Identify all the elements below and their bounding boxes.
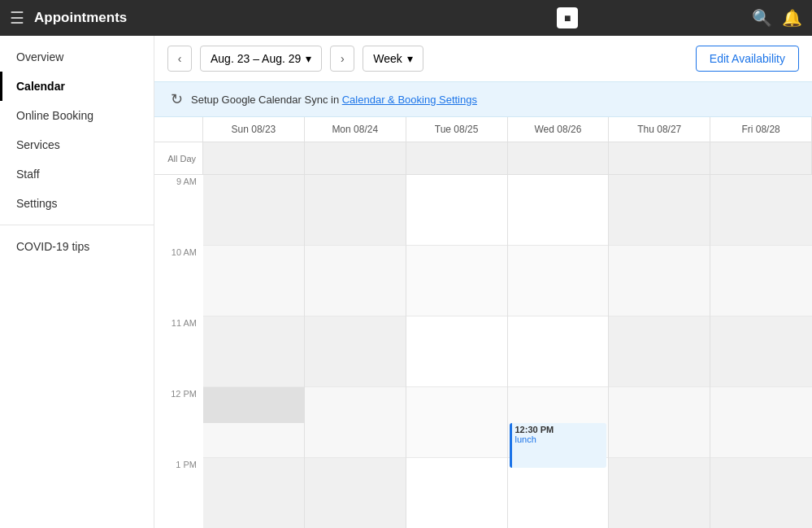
calendar-toolbar: ‹ Aug. 23 – Aug. 29 ▾ › Week ▾ Edit Avai… xyxy=(154,36,812,81)
event-title: lunch xyxy=(515,434,604,444)
sidebar-item-settings[interactable]: Settings xyxy=(0,189,154,218)
day-header-sun: Sun 08/23 xyxy=(203,117,305,142)
edit-availability-button[interactable]: Edit Availability xyxy=(696,46,799,72)
mon-1pm[interactable] xyxy=(305,458,406,528)
sidebar-item-covid[interactable]: COVID-19 tips xyxy=(0,232,154,261)
day-header-thu: Thu 08/27 xyxy=(609,117,710,142)
menu-icon[interactable]: ☰ xyxy=(10,8,24,28)
thu-10am[interactable] xyxy=(609,246,710,316)
thu-1pm[interactable] xyxy=(609,458,710,528)
logo-center: ■ xyxy=(393,7,743,28)
all-day-tue[interactable] xyxy=(406,142,508,174)
notification-icon[interactable]: 🔔 xyxy=(782,8,802,28)
app-title: Appointments xyxy=(34,10,384,26)
calendar-grid: 9 AM 10 AM 11 AM 12 PM 1 PM xyxy=(154,175,812,528)
sidebar-divider xyxy=(0,225,154,225)
sidebar-item-services[interactable]: Services xyxy=(0,130,154,159)
day-col-sun xyxy=(203,175,305,528)
sidebar-item-online-booking[interactable]: Online Booking xyxy=(0,101,154,130)
sync-icon: ↻ xyxy=(171,90,183,108)
mon-10am[interactable] xyxy=(305,246,406,316)
sun-12pm[interactable] xyxy=(203,387,304,458)
fri-10am[interactable] xyxy=(710,246,812,316)
week-dropdown-icon: ▾ xyxy=(407,52,413,65)
content-area: ‹ Aug. 23 – Aug. 29 ▾ › Week ▾ Edit Avai… xyxy=(154,36,812,528)
sun-1pm[interactable] xyxy=(203,458,304,528)
day-col-wed: 12:30 PM lunch xyxy=(508,175,610,528)
main-layout: Overview Calendar Online Booking Service… xyxy=(0,36,812,528)
wed-11am[interactable] xyxy=(508,316,609,387)
all-day-fri[interactable] xyxy=(710,142,812,174)
time-label-10am: 10 AM xyxy=(154,246,203,316)
event-lunch[interactable]: 12:30 PM lunch xyxy=(510,423,607,468)
day-col-tue xyxy=(406,175,508,528)
tue-12pm[interactable] xyxy=(406,387,507,458)
day-col-thu xyxy=(609,175,710,528)
wed-1pm[interactable] xyxy=(508,458,609,528)
sync-text: Setup Google Calendar Sync in Calendar &… xyxy=(191,94,477,106)
tue-9am[interactable] xyxy=(406,175,507,246)
all-day-row: All Day xyxy=(154,142,812,175)
event-time: 12:30 PM xyxy=(515,425,604,434)
wed-10am[interactable] xyxy=(508,246,609,316)
all-day-sun[interactable] xyxy=(203,142,305,174)
calendar-day-headers: Sun 08/23 Mon 08/24 Tue 08/25 Wed 08/26 … xyxy=(154,117,812,142)
thu-9am[interactable] xyxy=(609,175,710,246)
time-label-1pm: 1 PM xyxy=(154,458,203,528)
sun-9am[interactable] xyxy=(203,175,304,246)
all-day-label: All Day xyxy=(154,142,203,174)
mon-12pm[interactable] xyxy=(305,387,406,458)
top-navigation: ☰ Appointments ■ 🔍 🔔 xyxy=(0,0,812,36)
day-header-wed: Wed 08/26 xyxy=(508,117,610,142)
search-icon[interactable]: 🔍 xyxy=(752,8,772,28)
sidebar: Overview Calendar Online Booking Service… xyxy=(0,36,154,528)
square-logo: ■ xyxy=(557,7,578,28)
fri-9am[interactable] xyxy=(710,175,812,246)
tue-11am[interactable] xyxy=(406,316,507,387)
all-day-mon[interactable] xyxy=(305,142,406,174)
days-grid-area: 12:30 PM lunch xyxy=(203,175,812,528)
mon-9am[interactable] xyxy=(305,175,406,246)
sync-settings-link[interactable]: Calendar & Booking Settings xyxy=(342,94,477,106)
sidebar-item-staff[interactable]: Staff xyxy=(0,159,154,189)
fri-11am[interactable] xyxy=(710,316,812,387)
next-button[interactable]: › xyxy=(330,46,354,72)
sun-11am[interactable] xyxy=(203,316,304,387)
sidebar-item-calendar[interactable]: Calendar xyxy=(0,72,154,101)
time-header-spacer xyxy=(154,117,203,142)
time-labels-col: 9 AM 10 AM 11 AM 12 PM 1 PM xyxy=(154,175,203,528)
sun-10am[interactable] xyxy=(203,246,304,316)
day-col-fri xyxy=(710,175,812,528)
week-view-button[interactable]: Week ▾ xyxy=(363,46,423,72)
day-header-tue: Tue 08/25 xyxy=(406,117,508,142)
date-dropdown-icon: ▾ xyxy=(306,52,311,65)
day-col-mon xyxy=(305,175,406,528)
day-header-mon: Mon 08/24 xyxy=(305,117,406,142)
sync-banner: ↻ Setup Google Calendar Sync in Calendar… xyxy=(154,81,812,117)
date-range-label: Aug. 23 – Aug. 29 xyxy=(211,52,301,65)
day-header-fri: Fri 08/28 xyxy=(710,117,812,142)
date-range-button[interactable]: Aug. 23 – Aug. 29 ▾ xyxy=(200,46,322,72)
mon-11am[interactable] xyxy=(305,316,406,387)
fri-12pm[interactable] xyxy=(710,387,812,458)
week-label: Week xyxy=(373,52,402,65)
all-day-thu[interactable] xyxy=(609,142,710,174)
time-label-9am: 9 AM xyxy=(154,175,203,246)
wed-9am[interactable] xyxy=(508,175,609,246)
prev-button[interactable]: ‹ xyxy=(167,46,192,72)
fri-1pm[interactable] xyxy=(710,458,812,528)
thu-12pm[interactable] xyxy=(609,387,710,458)
thu-11am[interactable] xyxy=(609,316,710,387)
calendar-view: Sun 08/23 Mon 08/24 Tue 08/25 Wed 08/26 … xyxy=(154,117,812,528)
time-label-11am: 11 AM xyxy=(154,316,203,387)
tue-1pm[interactable] xyxy=(406,458,507,528)
sidebar-item-overview[interactable]: Overview xyxy=(0,42,154,72)
time-label-12pm: 12 PM xyxy=(154,387,203,458)
all-day-wed[interactable] xyxy=(508,142,610,174)
tue-10am[interactable] xyxy=(406,246,507,316)
